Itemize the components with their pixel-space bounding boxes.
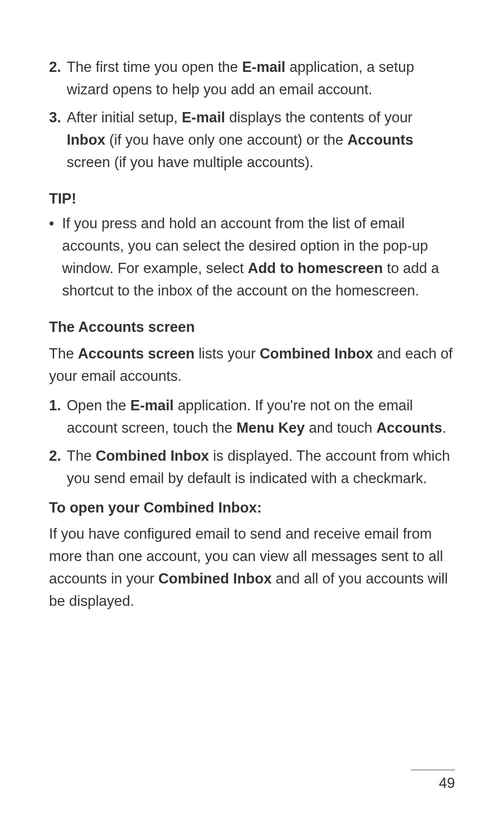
bullet-icon: • bbox=[49, 212, 62, 302]
step-2: 2. The first time you open the E-mail ap… bbox=[49, 56, 455, 101]
step-number: 3. bbox=[49, 106, 67, 174]
step-text: Open the E-mail application. If you're n… bbox=[67, 394, 455, 439]
tip-text: If you press and hold an account from th… bbox=[62, 212, 455, 302]
combined-text: If you have configured email to send and… bbox=[49, 523, 455, 612]
accounts-step-1: 1. Open the E-mail application. If you'r… bbox=[49, 394, 455, 439]
step-number: 1. bbox=[49, 394, 67, 439]
page-content: 2. The first time you open the E-mail ap… bbox=[49, 56, 455, 612]
tip-heading: TIP! bbox=[49, 188, 455, 210]
page-number-divider bbox=[411, 770, 455, 770]
step-text: The Combined Inbox is displayed. The acc… bbox=[67, 445, 455, 490]
step-text: The first time you open the E-mail appli… bbox=[67, 56, 455, 101]
accounts-heading: The Accounts screen bbox=[49, 316, 455, 338]
step-text: After initial setup, E-mail displays the… bbox=[67, 106, 455, 174]
step-number: 2. bbox=[49, 56, 67, 101]
tip-bullet: • If you press and hold an account from … bbox=[49, 212, 455, 302]
page-number: 49 bbox=[411, 770, 455, 792]
page-number-value: 49 bbox=[439, 775, 455, 791]
accounts-intro: The Accounts screen lists your Combined … bbox=[49, 343, 455, 387]
step-3: 3. After initial setup, E-mail displays … bbox=[49, 106, 455, 174]
step-number: 2. bbox=[49, 445, 67, 490]
accounts-step-2: 2. The Combined Inbox is displayed. The … bbox=[49, 445, 455, 490]
combined-heading: To open your Combined Inbox: bbox=[49, 497, 455, 519]
